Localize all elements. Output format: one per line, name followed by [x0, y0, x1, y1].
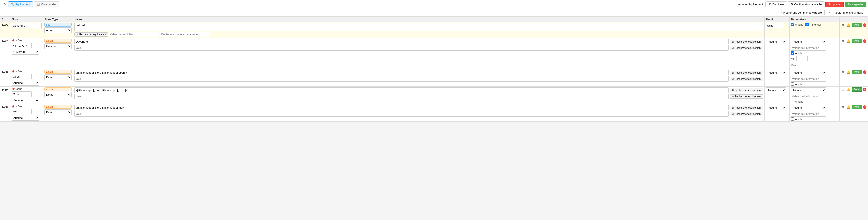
sous-type-badge-1477: action	[44, 39, 72, 43]
settings-icon-1477[interactable]: ⚙	[841, 39, 845, 43]
remove-btn-1477[interactable]: ✕	[863, 39, 867, 43]
add-commande-button[interactable]: + + Ajouter une commande virtuelle	[776, 10, 825, 15]
tester-btn-1490[interactable]: Tester	[852, 105, 862, 109]
dupliquer-button[interactable]: ⧉ Dupliquer	[767, 1, 787, 7]
valeur-input2-1490[interactable]	[74, 111, 728, 117]
sous-type-select-1489[interactable]: Défaut Curseur	[44, 92, 72, 98]
rechercher-btn1-1489[interactable]: 🖥 Rechercher équipement	[730, 88, 763, 93]
min-input-1477[interactable]	[796, 56, 808, 62]
valeur-info-input-1490[interactable]	[791, 111, 826, 117]
valeur-retour-input-1475[interactable]	[109, 32, 159, 37]
settings-icon-1475[interactable]: ⚙	[841, 23, 845, 27]
duree-retour-input-1475[interactable]	[160, 32, 210, 37]
valeur-info-input-1477[interactable]	[791, 45, 826, 51]
tab-commandes[interactable]: 📋 Commandes	[34, 1, 59, 7]
afficher-checkbox-1489[interactable]	[791, 100, 794, 103]
bell-icon-1488[interactable]: 🔔	[846, 70, 851, 74]
rechercher-btn1-1490[interactable]: 🖥 Rechercher équipement	[730, 106, 763, 110]
valeur-info-input-1488[interactable]	[791, 76, 826, 82]
params-select-1490[interactable]: Aucune	[791, 105, 826, 110]
sous-type-select-1490[interactable]: Défaut Curseur	[44, 110, 72, 115]
remove-btn-1489[interactable]: ✕	[863, 88, 867, 91]
sous-type-select-1475[interactable]: Autre Numérique Binaire Texte	[44, 28, 72, 33]
nom-cell-1488: 📌 Icône Aucune	[10, 69, 43, 87]
historiser-checkbox-1475[interactable]	[805, 23, 809, 26]
col-header-valeur: Valeur	[73, 17, 765, 22]
rechercher-btn-1475[interactable]: 🖥 Rechercher équipement	[74, 33, 108, 37]
rechercher-btn1-1488[interactable]: 🖥 Rechercher équipement	[730, 71, 763, 75]
actions-cell-1490: ⚙ 🔔 Tester ✕	[839, 104, 868, 122]
afficher-checkbox-1490[interactable]	[791, 117, 794, 121]
valeur-cell-1477: 🖥 Rechercher équipement 🖥 Rechercher équ…	[73, 38, 765, 69]
settings-icon-1489[interactable]: ⚙	[841, 88, 845, 92]
afficher-checkbox-1477[interactable]	[791, 51, 794, 55]
sauvegarder-button[interactable]: Sauvegarder	[845, 2, 866, 7]
params-select-1477[interactable]: Aucune	[791, 39, 826, 44]
unite-select-1477[interactable]: Aucune Unite	[766, 39, 786, 44]
afficher-checkbox-1475[interactable]	[791, 23, 794, 26]
sous-type-cell-1475: info Autre Numérique Binaire Texte	[43, 22, 73, 38]
gear-icon[interactable]: ⚙	[2, 2, 7, 7]
unite-select-1489[interactable]: Aucune Unite	[766, 87, 786, 93]
bell-icon-1490[interactable]: 🔔	[846, 105, 851, 109]
sous-type-select-1488[interactable]: Défaut Curseur	[44, 74, 72, 80]
nom-select-1490[interactable]: Aucune	[11, 115, 39, 121]
nom-cell-1490: 📌 Icône Aucune	[10, 104, 43, 122]
sous-type-badge-1475: info	[44, 23, 72, 27]
nom-cell-1489: 📌 Icône Aucune	[10, 87, 43, 104]
nom-input-1489[interactable]	[11, 91, 32, 97]
bell-icon-1475[interactable]: 🔔	[846, 23, 851, 27]
valeur-info-input-1489[interactable]	[791, 94, 826, 99]
supprimer-button[interactable]: Supprimer	[826, 2, 844, 7]
nom-input-1488[interactable]	[11, 74, 32, 79]
col-header-actions	[839, 17, 868, 22]
unite-select-1488[interactable]: Aucune Unite	[766, 70, 786, 75]
unite-select-1490[interactable]: Aucune Unite	[766, 105, 786, 110]
rechercher-btn2-1477[interactable]: 🖥 Rechercher équipement	[730, 46, 763, 50]
remove-btn-1475[interactable]: ✕	[863, 24, 867, 27]
settings-icon-1490[interactable]: ⚙	[841, 105, 845, 109]
nom-input-1490[interactable]	[11, 109, 32, 114]
valeur-textarea-1475[interactable]: Calcul	[74, 23, 763, 31]
tester-btn-1488[interactable]: Tester	[852, 70, 862, 74]
config-button[interactable]: ⚙ Configuration avancée	[788, 1, 825, 7]
valeur-input2-1477[interactable]	[74, 45, 728, 51]
sous-type-cell-1489: action Défaut Curseur	[43, 87, 73, 104]
row-id-1475: 1475	[0, 22, 10, 38]
sous-type-cell-1477: action Curseur Défaut	[43, 38, 73, 69]
tester-btn-1489[interactable]: Tester	[852, 87, 862, 92]
bell-icon-1477[interactable]: 🔔	[846, 39, 851, 43]
sous-type-cell-1488: action Défaut Curseur	[43, 69, 73, 87]
afficher-checkbox-1488[interactable]	[791, 82, 794, 86]
rechercher-btn2-1490[interactable]: 🖥 Rechercher équipement	[730, 112, 763, 116]
valeur-input1-1490[interactable]	[74, 105, 728, 110]
add-info-button[interactable]: + + Ajouter une info virtuelle	[826, 10, 866, 15]
tester-btn-1475[interactable]: Tester	[852, 23, 862, 27]
sous-type-select-1477[interactable]: Curseur Défaut	[44, 43, 72, 49]
valeur-input2-1488[interactable]	[74, 76, 728, 82]
rechercher-btn2-1488[interactable]: 🖥 Rechercher équipement	[730, 77, 763, 81]
max-input-1477[interactable]	[797, 63, 808, 68]
valeur-input1-1477[interactable]	[74, 39, 728, 44]
nom-input-1475[interactable]	[11, 23, 41, 29]
settings-icon-1488[interactable]: ⚙	[841, 70, 845, 74]
bell-icon-1489[interactable]: 🔔	[846, 88, 851, 92]
tab-equipement[interactable]: 🔧 Equipement	[8, 1, 33, 7]
nom-input-1477[interactable]	[11, 43, 32, 48]
importer-button[interactable]: Importer équipement	[735, 2, 766, 7]
valeur-input1-1489[interactable]	[74, 87, 728, 93]
remove-btn-1488[interactable]: ✕	[863, 71, 867, 74]
valeur-input1-1488[interactable]	[74, 70, 728, 75]
remove-btn-1490[interactable]: ✕	[863, 106, 867, 109]
valeur-input2-1489[interactable]	[74, 94, 728, 99]
unite-input-1475[interactable]	[766, 23, 783, 29]
nom-select-1489[interactable]: Aucune	[11, 98, 39, 103]
params-select-1489[interactable]: Aucune	[791, 87, 826, 93]
params-select-1488[interactable]: Aucune	[791, 70, 826, 75]
rechercher-btn2-1489[interactable]: 🖥 Rechercher équipement	[730, 95, 763, 99]
nom-select-1488[interactable]: Aucune	[11, 80, 39, 86]
nom-select-1477[interactable]: Ouverture	[11, 49, 39, 55]
rechercher-btn1-1477[interactable]: 🖥 Rechercher équipement	[730, 40, 763, 44]
tester-btn-1477[interactable]: Tester	[852, 39, 862, 43]
top-bar-left: ⚙ 🔧 Equipement 📋 Commandes	[2, 1, 59, 7]
